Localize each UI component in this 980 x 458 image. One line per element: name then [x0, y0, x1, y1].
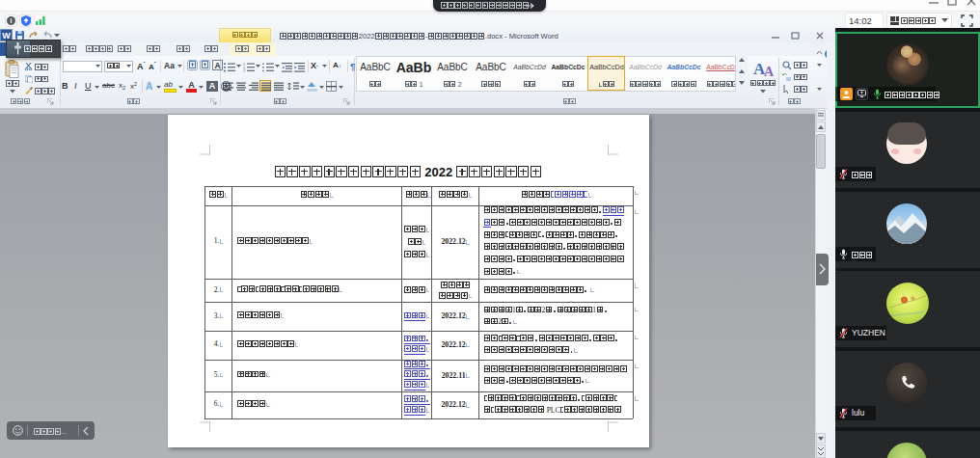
svg-text:1: 1 [243, 68, 246, 72]
svg-text:A: A [764, 65, 775, 77]
